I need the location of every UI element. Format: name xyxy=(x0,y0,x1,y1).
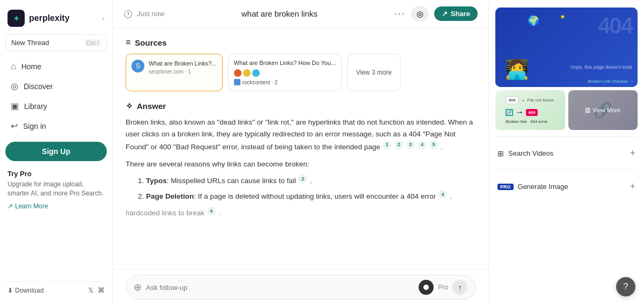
view-more-overlay[interactable]: 🖼 View More xyxy=(568,90,638,130)
character-icon: 🧑‍💻 xyxy=(505,58,529,81)
generate-image-row[interactable]: PRO Generate Image + xyxy=(495,176,638,198)
share-icon: ↗ xyxy=(442,10,448,18)
sources-header: ≡ Sources xyxy=(126,38,475,47)
sidebar-item-library[interactable]: ▣ Library xyxy=(5,97,107,115)
404-badge: 404 xyxy=(526,109,537,116)
broken-link-text: Broken link xyxy=(506,119,527,124)
download-link[interactable]: ⬇ Download xyxy=(8,287,43,294)
main-image-404[interactable]: 🌍 ★ 404 🧑‍💻 Oops, this page doesn't exis… xyxy=(495,8,638,87)
answer-title: Answer xyxy=(137,101,166,111)
logo-icon: ✦ xyxy=(8,10,25,27)
help-label: ? xyxy=(624,282,628,292)
signup-button[interactable]: Sign Up xyxy=(5,142,107,161)
sidebar-item-home[interactable]: ⌂ Home xyxy=(5,57,107,76)
cite-2[interactable]: 2 xyxy=(394,141,403,149)
send-button[interactable]: ↑ xyxy=(452,280,467,295)
sidebar-item-home-label: Home xyxy=(21,62,41,71)
planet-icon: 🌍 xyxy=(528,15,539,27)
focus-button[interactable]: ◎ xyxy=(411,6,429,22)
broken-link-label: 🔗 xyxy=(506,109,513,116)
arrow-icon: → xyxy=(521,98,525,103)
answer-trailing: hardcoded links to break 4 . xyxy=(126,207,475,219)
image-icon: 🖼 xyxy=(585,107,590,113)
source-1-title: What are Broken Links?... xyxy=(149,60,217,68)
followup-input[interactable] xyxy=(146,284,414,292)
signin-icon: ↩ xyxy=(11,121,18,131)
query-title: what are broken links xyxy=(241,9,318,18)
diagram-step: 404 xyxy=(506,96,518,104)
mode-toggle[interactable] xyxy=(419,280,434,295)
search-videos-expand-icon[interactable]: + xyxy=(630,148,635,159)
image-grid: 🌍 ★ 404 🧑‍💻 Oops, this page doesn't exis… xyxy=(495,8,638,130)
answer-header: ✧ Answer xyxy=(126,101,475,111)
followup-input-wrap: ⊕ Pro ↑ xyxy=(126,275,475,300)
generate-image-expand-icon[interactable]: + xyxy=(630,181,635,192)
sidebar: ✦ perplexity ‹ New Thread Ctrl I ⌂ Home … xyxy=(0,0,113,305)
diagram-content: 404 → File not found. 🔗 → 404 Broken lin… xyxy=(502,93,558,127)
logo: ✦ perplexity ‹ xyxy=(5,6,107,34)
discord-icon[interactable]: ⌘ xyxy=(98,286,105,294)
answer-para2: There are several reasons why links can … xyxy=(126,158,475,170)
help-button[interactable]: ? xyxy=(616,277,635,296)
generate-image-left: PRO Generate Image xyxy=(497,183,568,191)
image-overlay-text: Oops, this page doesn't exist xyxy=(570,64,632,71)
try-pro-section: Try Pro Upgrade for image upload, smarte… xyxy=(5,166,107,281)
add-icon[interactable]: ⊕ xyxy=(134,281,142,293)
download-icon: ⬇ xyxy=(8,287,13,294)
share-label: Share xyxy=(451,10,470,18)
source-card-1[interactable]: S What are Broken Links?... seoptimer.co… xyxy=(126,54,223,91)
view-more-card[interactable]: View 3 more xyxy=(347,54,401,91)
search-videos-label: Search Videos xyxy=(508,149,553,157)
time-label: Just now xyxy=(137,10,164,18)
topbar: 🕐 Just now what are broken links ··· ◎ ↗… xyxy=(113,0,488,28)
source-card-2[interactable]: What are Broken Links? How Do You... roc… xyxy=(228,54,342,91)
cite-pagedelete[interactable]: 4 xyxy=(438,190,447,199)
sources-title: Sources xyxy=(135,38,166,47)
pro-badge: PRO xyxy=(497,184,514,190)
social-icons: 𝕏 ⌘ xyxy=(88,286,105,294)
learn-more-link[interactable]: ↗ Learn More xyxy=(8,202,105,210)
sidebar-toggle[interactable]: ‹ xyxy=(102,14,105,23)
search-videos-row[interactable]: ⊞ Search Videos + xyxy=(495,142,638,164)
cite-typos[interactable]: 2 xyxy=(298,175,307,183)
sidebar-item-discover-label: Discover xyxy=(24,82,53,91)
source-2-domain-icon xyxy=(234,79,240,85)
new-thread-button[interactable]: New Thread Ctrl I xyxy=(5,34,107,51)
source-2-favicon-3 xyxy=(252,69,260,77)
pro-label[interactable]: Pro xyxy=(438,284,448,291)
search-videos-left: ⊞ Search Videos xyxy=(497,149,553,158)
sidebar-item-signin[interactable]: ↩ Sign in xyxy=(5,117,107,135)
cite-3[interactable]: 3 xyxy=(406,141,415,149)
small-image-diagram[interactable]: 404 → File not found. 🔗 → 404 Broken lin… xyxy=(495,90,565,130)
download-label: Download xyxy=(15,287,43,294)
send-icon: ↑ xyxy=(458,284,462,292)
new-thread-label: New Thread xyxy=(11,39,49,47)
clock-icon: 🕐 xyxy=(123,10,133,18)
content-area: ≡ Sources S What are Broken Links?... se… xyxy=(113,28,488,269)
diagram-labels-row: 🔗 → 404 xyxy=(506,107,554,117)
star-icon: ★ xyxy=(560,13,566,20)
source-2-title: What are Broken Links? How Do You... xyxy=(234,60,336,66)
discover-icon: ◎ xyxy=(11,81,18,91)
right-panel: 🌍 ★ 404 🧑‍💻 Oops, this page doesn't exis… xyxy=(488,0,644,305)
cite-5[interactable]: 5 xyxy=(429,141,438,149)
sources-grid: S What are Broken Links?... seoptimer.co… xyxy=(126,54,475,91)
more-options-button[interactable]: ··· xyxy=(394,8,406,19)
answer-body: Broken links, also known as "dead links"… xyxy=(126,117,475,153)
sidebar-item-discover[interactable]: ◎ Discover xyxy=(5,77,107,96)
sidebar-bottom: ⬇ Download 𝕏 ⌘ xyxy=(5,281,107,299)
small-image-chain[interactable]: 🔗 🖼 View More xyxy=(568,90,638,130)
answer-icon: ✧ xyxy=(126,101,133,111)
cite-1[interactable]: 1 xyxy=(383,141,391,149)
share-button[interactable]: ↗ Share xyxy=(434,6,478,21)
sources-icon: ≡ xyxy=(126,38,130,47)
topbar-left: 🕐 Just now xyxy=(123,10,164,18)
sidebar-item-signin-label: Sign in xyxy=(23,122,46,130)
topbar-right: ··· ◎ ↗ Share xyxy=(394,6,478,22)
cite-4[interactable]: 4 xyxy=(418,141,427,149)
twitter-icon[interactable]: 𝕏 xyxy=(88,286,93,294)
image-content: 🌍 ★ 404 🧑‍💻 Oops, this page doesn't exis… xyxy=(495,8,638,87)
cite-trailing[interactable]: 4 xyxy=(207,207,216,215)
new-thread-shortcut: Ctrl I xyxy=(84,39,101,47)
diagram-bottom-labels: Broken link 404 error xyxy=(506,119,554,124)
